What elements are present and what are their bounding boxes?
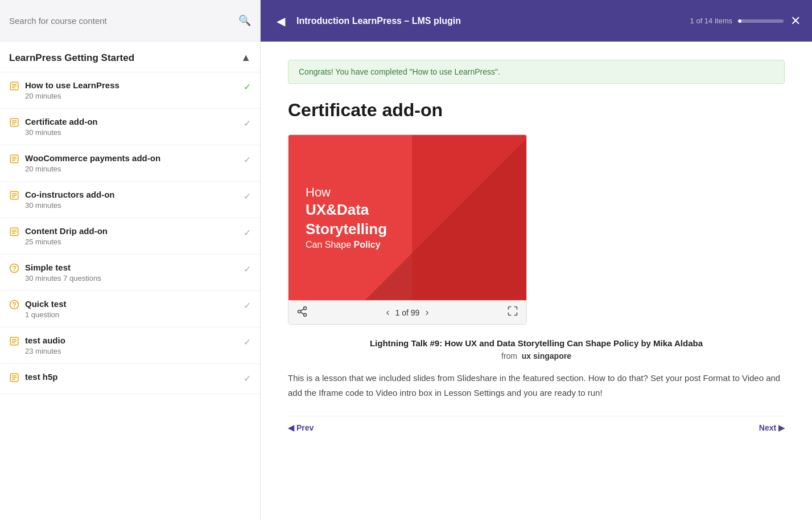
main-content: ◀ Introduction LearnPress – LMS plugin 1…	[261, 0, 812, 520]
slide-next-button[interactable]: ›	[425, 306, 428, 318]
slide-line3-bold: Policy	[354, 240, 381, 249]
item-content: Co-instructors add-on 30 minutes	[25, 190, 239, 210]
back-button[interactable]: ◀	[272, 12, 290, 30]
list-item[interactable]: Certificate add-on 30 minutes ✓	[0, 109, 260, 145]
svg-point-23	[14, 306, 15, 307]
section-title: LearnPress Getting Started	[9, 52, 134, 64]
list-item[interactable]: WooCommerce payments add-on 20 minutes ✓	[0, 145, 260, 182]
item-check: ✓	[244, 118, 251, 129]
lightning-from-source: ux singapore	[522, 351, 571, 361]
svg-line-36	[300, 309, 304, 310]
slide-inner-box	[412, 135, 526, 300]
slide-controls: ‹ 1 of 99 ›	[288, 300, 526, 324]
lightning-from-label: from	[501, 351, 517, 361]
lesson-icon	[9, 81, 19, 94]
item-title: WooCommerce payments add-on	[25, 153, 239, 163]
item-content: WooCommerce payments add-on 20 minutes	[25, 153, 239, 173]
list-item[interactable]: Content Drip add-on 25 minutes ✓	[0, 218, 260, 255]
lesson-icon	[9, 227, 19, 240]
search-icon[interactable]: 🔍	[238, 14, 251, 27]
congrats-banner: Congrats! You have completed "How to use…	[288, 60, 785, 84]
pagination-bar: ◀ Prev Next ▶	[288, 416, 785, 439]
list-item[interactable]: Co-instructors add-on 30 minutes ✓	[0, 182, 260, 218]
item-title: Content Drip add-on	[25, 226, 239, 236]
svg-line-35	[300, 312, 304, 314]
lesson-icon	[9, 117, 19, 130]
item-title: Simple test	[25, 263, 239, 272]
list-item[interactable]: test audio 23 minutes ✓	[0, 327, 260, 364]
top-bar: ◀ Introduction LearnPress – LMS plugin 1…	[261, 0, 812, 42]
prev-button[interactable]: ◀ Prev	[288, 423, 314, 432]
section-header: LearnPress Getting Started ▲	[0, 42, 260, 72]
item-title: Co-instructors add-on	[25, 190, 239, 199]
sidebar: 🔍 LearnPress Getting Started ▲ How to us…	[0, 0, 261, 520]
slide-image: How UX&DataStorytelling Can Shape Policy	[288, 135, 526, 300]
lesson-description: This is a lesson that we included slides…	[288, 371, 785, 400]
item-check: ✓	[244, 300, 251, 311]
item-meta: 20 minutes	[25, 165, 239, 173]
lesson-icon	[9, 154, 19, 167]
item-meta: 1 question	[25, 310, 239, 319]
slideshow-container: How UX&DataStorytelling Can Shape Policy…	[288, 134, 527, 325]
list-item[interactable]: Simple test 30 minutes 7 questions ✓	[0, 255, 260, 291]
slide-line3-normal: Can Shape	[306, 240, 354, 249]
lightning-from: from ux singapore	[288, 351, 785, 361]
svg-point-21	[14, 270, 15, 271]
item-check: ✓	[244, 227, 251, 238]
lightning-title: Lightning Talk #9: How UX and Data Story…	[288, 338, 785, 348]
slide-share-button[interactable]	[296, 306, 308, 320]
item-title: Certificate add-on	[25, 117, 239, 126]
list-item[interactable]: test h5p ✓	[0, 364, 260, 394]
item-title: test h5p	[25, 372, 239, 382]
list-item[interactable]: Quick test 1 question ✓	[0, 291, 260, 327]
item-check: ✓	[244, 373, 251, 384]
progress-fill	[738, 19, 741, 23]
item-content: Certificate add-on 30 minutes	[25, 117, 239, 137]
lesson-icon	[9, 336, 19, 349]
quiz-icon	[9, 263, 19, 276]
item-check: ✓	[244, 191, 251, 202]
search-input[interactable]	[9, 16, 238, 26]
item-meta: 25 minutes	[25, 238, 239, 246]
progress-text: 1 of 14 items	[690, 17, 732, 25]
item-title: How to use LearnPress	[25, 80, 239, 90]
progress-bar	[738, 19, 784, 23]
slide-fullscreen-button[interactable]	[507, 305, 518, 320]
item-meta: 30 minutes	[25, 128, 239, 137]
item-check: ✓	[244, 264, 251, 275]
collapse-button[interactable]: ▲	[241, 52, 251, 64]
item-content: Quick test 1 question	[25, 299, 239, 319]
progress-info: 1 of 14 items	[690, 17, 784, 25]
item-meta: 30 minutes	[25, 201, 239, 210]
item-check: ✓	[244, 154, 251, 165]
item-meta: 30 minutes 7 questions	[25, 274, 239, 282]
item-title: test audio	[25, 335, 239, 345]
lesson-heading: Certificate add-on	[288, 100, 785, 121]
slide-page: 1 of 99	[395, 308, 420, 317]
quiz-icon	[9, 300, 19, 313]
item-content: Content Drip add-on 25 minutes	[25, 226, 239, 246]
close-button[interactable]: ✕	[790, 14, 801, 28]
item-content: How to use LearnPress 20 minutes	[25, 80, 239, 100]
slide-nav: ‹ 1 of 99 ›	[386, 306, 429, 318]
course-list: How to use LearnPress 20 minutes ✓ Certi…	[0, 72, 260, 520]
item-meta: 20 minutes	[25, 92, 239, 100]
list-item[interactable]: How to use LearnPress 20 minutes ✓	[0, 72, 260, 109]
lesson-icon	[9, 190, 19, 203]
lesson-title: Introduction LearnPress – LMS plugin	[296, 16, 683, 26]
lesson-icon	[9, 372, 19, 386]
item-check: ✓	[244, 337, 251, 347]
content-area: Congrats! You have completed "How to use…	[261, 42, 812, 520]
search-bar: 🔍	[0, 0, 260, 42]
next-button[interactable]: Next ▶	[759, 423, 785, 432]
item-content: test h5p	[25, 372, 239, 383]
item-content: test audio 23 minutes	[25, 335, 239, 355]
item-content: Simple test 30 minutes 7 questions	[25, 263, 239, 282]
item-title: Quick test	[25, 299, 239, 309]
slide-prev-button[interactable]: ‹	[386, 306, 390, 318]
item-meta: 23 minutes	[25, 347, 239, 355]
item-check: ✓	[244, 81, 251, 92]
